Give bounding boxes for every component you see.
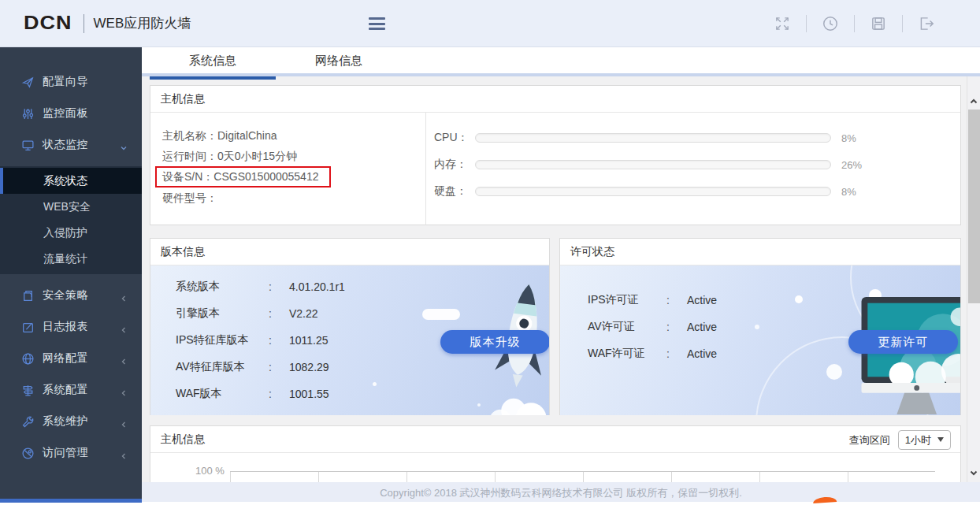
sidebar-item-label: 安全策略 [43, 288, 88, 303]
sidebar-item-label: 访问管理 [43, 446, 88, 460]
chevron-left-icon [120, 323, 128, 331]
monitor-illustration [850, 294, 960, 415]
report-icon [21, 321, 35, 334]
sidebar-item-label: 系统配置 [43, 383, 88, 397]
version-info-panel: 版本信息 系统版本:4.01.20.1r1 引擎版本:V2.22 IPS特征库版… [150, 238, 550, 415]
resource-meters: CPU： 8% 内存： 26% 硬盘： 8% [426, 113, 960, 225]
monitor-icon [21, 139, 35, 152]
content-tabbar: 系统信息 网络信息 [142, 47, 980, 76]
sidebar-subitem-web-security[interactable]: WEB安全 [0, 194, 142, 220]
sidebar-item-label: 配置向导 [43, 75, 88, 89]
top-header: DCN WEB应用防火墙 [0, 0, 980, 47]
version-upgrade-button[interactable]: 版本升级 [440, 330, 549, 354]
panel-title: 版本信息 [150, 239, 549, 265]
copyright-text: Copyright© 2018 武汉神州数码云科网络技术有限公司 版权所有，保留… [380, 487, 742, 499]
query-range-value: 1小时 [905, 427, 931, 453]
memory-progressbar [475, 160, 831, 169]
panel-title: 许可状态 [560, 239, 960, 265]
sysconfig-icon [21, 384, 35, 397]
meter-label: 硬盘： [434, 184, 475, 199]
scrollbar-thumb[interactable] [968, 110, 980, 303]
version-info-body: 系统版本:4.01.20.1r1 引擎版本:V2.22 IPS特征库版本:101… [150, 265, 549, 415]
sidebar-item-label: 系统维护 [43, 414, 88, 429]
query-range-label: 查询区间 [849, 427, 890, 453]
query-range-select[interactable]: 1小时 [898, 430, 951, 450]
host-name-row: 主机名称：DigitalChina [155, 125, 425, 146]
sidebar-item-label: 网络配置 [43, 351, 88, 366]
vertical-scrollbar[interactable] [967, 76, 980, 482]
license-status-panel: 许可状态 IPS许可证:Active AV许可证:Active WAF许可证:A… [559, 238, 961, 415]
header-divider [902, 15, 903, 32]
sidebar-item-label: 日志报表 [43, 320, 88, 334]
chevron-left-icon [120, 291, 128, 299]
disk-progressbar [475, 187, 831, 196]
serial-number-row: 设备S/N：CSGS015000055412 [155, 166, 425, 188]
host-info-fields: 主机名称：DigitalChina 运行时间：0天0小时15分钟 设备S/N：C… [150, 113, 426, 225]
dropdown-arrow-icon [937, 437, 944, 442]
update-license-button[interactable]: 更新许可 [848, 330, 958, 354]
annotation-red-box: 设备S/N：CSGS015000055412 [155, 166, 331, 188]
query-range-control: 查询区间 1小时 [849, 426, 951, 453]
uptime-row: 运行时间：0天0小时15分钟 [155, 146, 425, 166]
chevron-left-icon [120, 449, 128, 457]
tab-system-info[interactable]: 系统信息 [150, 47, 276, 76]
cpu-progressbar [475, 133, 831, 143]
scroll-up-arrow[interactable] [969, 95, 978, 105]
sidebar-item-status-monitor[interactable]: 状态监控 [0, 129, 142, 161]
header-divider [854, 15, 855, 32]
cloud-decor [422, 309, 460, 320]
sidebar-bottom-accent [0, 499, 142, 503]
chart-gridlines [230, 471, 935, 482]
main-content: 主机信息 主机名称：DigitalChina 运行时间：0天0小时15分钟 设备… [142, 76, 980, 482]
dot-decor [795, 295, 803, 303]
y-axis-100-label: 100 % [195, 465, 225, 477]
hardware-model-row: 硬件型号： [155, 188, 425, 208]
sidebar-subitem-system-status[interactable]: 系统状态 [0, 168, 142, 194]
sidebar-item-dashboard[interactable]: 监控面板 [0, 98, 142, 129]
panel-title: 主机信息 [161, 433, 205, 445]
clock-icon[interactable] [822, 15, 839, 32]
dot-decor [826, 364, 842, 380]
logo-divider [84, 14, 84, 33]
sidebar-item-label: 状态监控 [43, 138, 88, 152]
save-icon[interactable] [870, 15, 887, 32]
sidebar-item-network-config[interactable]: 网络配置 [0, 343, 142, 374]
maintenance-icon [21, 415, 35, 429]
sidebar-item-label: 监控面板 [43, 106, 88, 121]
policy-icon [21, 289, 35, 303]
memory-meter: 内存： 26% [434, 151, 960, 178]
sidebar-item-system-maintenance[interactable]: 系统维护 [0, 406, 142, 437]
chevron-down-icon [120, 141, 128, 149]
network-icon [21, 352, 35, 366]
chevron-left-icon [120, 386, 128, 394]
dcn-logo: DCN [24, 12, 72, 35]
sidebar-item-system-config[interactable]: 系统配置 [0, 374, 142, 406]
panel-title: 主机信息 [150, 86, 960, 113]
sidebar-subitem-traffic-statistics[interactable]: 流量统计 [0, 246, 142, 272]
dot-decor [755, 325, 759, 329]
memory-percent: 26% [841, 159, 862, 171]
disk-percent: 8% [841, 186, 856, 198]
logout-icon[interactable] [918, 15, 935, 32]
tab-network-info[interactable]: 网络信息 [276, 47, 402, 76]
host-usage-chart: 100 % [150, 453, 960, 482]
app-title: WEB应用防火墙 [94, 14, 191, 32]
meter-label: 内存： [434, 158, 475, 172]
app-window: DCN WEB应用防火墙 [0, 0, 980, 505]
fullscreen-icon[interactable] [774, 15, 791, 32]
cpu-meter: CPU： 8% [434, 124, 960, 151]
license-status-body: IPS许可证:Active AV许可证:Active WAF许可证:Active [560, 265, 960, 415]
header-divider [806, 15, 807, 32]
cpu-percent: 8% [841, 132, 856, 144]
sidebar-subitem-intrusion-prevention[interactable]: 入侵防护 [0, 220, 142, 246]
sidebar-nav: 配置向导 监控面板 状态监控 系统状态 WEB安全 入侵防护 流量统计 [0, 47, 142, 499]
sidebar-item-security-policy[interactable]: 安全策略 [0, 280, 142, 311]
scroll-down-arrow[interactable] [969, 466, 978, 476]
footer: Copyright© 2018 武汉神州数码云科网络技术有限公司 版权所有，保留… [142, 482, 980, 502]
meter-label: CPU： [434, 131, 475, 145]
sidebar-item-access-management[interactable]: 访问管理 [0, 437, 142, 469]
sidebar-item-log-reports[interactable]: 日志报表 [0, 311, 142, 343]
sidebar-item-config-wizard[interactable]: 配置向导 [0, 66, 142, 98]
dot-decor [373, 382, 377, 386]
hamburger-menu-icon[interactable] [369, 17, 385, 30]
